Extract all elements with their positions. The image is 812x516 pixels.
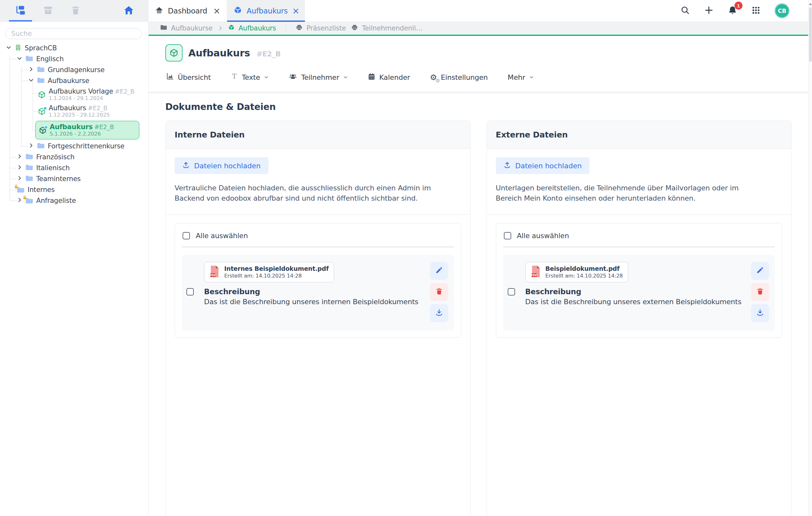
status-dot [44, 125, 48, 129]
breadcrumb-item-aufbaukurs[interactable]: Aufbaukurs [228, 24, 276, 32]
external-files-card: Externe Dateien Dateien hochladen Unterl… [487, 120, 792, 516]
card-description: Vertrauliche Dateien hochladen, die auss… [175, 183, 438, 203]
tree-code: #E2_B [115, 88, 135, 95]
search-button[interactable] [680, 5, 690, 16]
tree-view-button[interactable] [13, 0, 28, 22]
add-button[interactable] [704, 5, 714, 16]
file-list-panel: Alle auswählen PDF Beispieldokument.pdf [496, 223, 783, 338]
text-icon: T [231, 73, 238, 82]
download-icon [435, 309, 443, 317]
trash-button[interactable] [68, 0, 83, 22]
tab-kalender[interactable]: Kalender [368, 73, 410, 82]
edit-file-button[interactable] [751, 262, 769, 280]
apps-grid-button[interactable] [751, 6, 760, 16]
sidebar-item-aufbaukurse[interactable]: Aufbaukurse [0, 75, 148, 86]
chevron-right-icon[interactable] [17, 154, 22, 161]
download-file-button[interactable] [430, 304, 448, 322]
folder-icon [37, 66, 45, 74]
notifications-button[interactable]: 1 [728, 5, 737, 16]
upload-files-button[interactable]: Dateien hochladen [496, 157, 590, 174]
course-nav: Übersicht T Texte Teilnehmer Kalender ⚙⚙… [149, 71, 808, 84]
delete-file-button[interactable] [430, 283, 448, 301]
tab-einstellungen[interactable]: ⚙⚙ Einstellungen [430, 73, 488, 81]
home-button[interactable] [122, 0, 136, 22]
file-row: PDF Internes Beispieldokument.pdf Erstel… [182, 255, 454, 330]
tree-dates: 1.12.2025 - 29.12.2025 [49, 112, 110, 118]
card-description: Unterlagen bereitstellen, die Teilnehmen… [496, 183, 759, 203]
chevron-down-icon[interactable] [28, 77, 34, 84]
file-checkbox[interactable] [508, 288, 515, 296]
plus-icon [704, 5, 714, 16]
sidebar-item-aufbaukurs-vorlage[interactable]: Aufbaukurs Vorlage #E2_B 1.1.2024 - 29.1… [0, 86, 148, 103]
divider [286, 24, 286, 32]
sidebar-item-anfrageliste[interactable]: Anfrageliste [0, 195, 148, 206]
svg-text:PDF: PDF [531, 273, 537, 277]
course-cube-icon [165, 44, 182, 61]
tab-mehr[interactable]: Mehr [508, 73, 534, 81]
sidebar-item-aufbaukurs-2025[interactable]: Aufbaukurs #E2_B 1.12.2025 - 29.12.2025 [0, 103, 148, 119]
chevron-right-icon[interactable] [17, 164, 22, 171]
tree-label: Aufbaukurse [48, 77, 89, 85]
folder-icon [160, 24, 167, 32]
sidebar-item-englisch[interactable]: Englisch [0, 54, 148, 64]
archive-box-icon [42, 5, 54, 17]
select-all-checkbox[interactable] [504, 232, 511, 239]
sidebar-item-teaminternes[interactable]: Teaminternes [0, 173, 148, 184]
chevron-right-icon[interactable] [28, 66, 34, 73]
scrollbar-thumb[interactable] [809, 7, 812, 62]
print-praesenzliste[interactable]: Präsenzliste [296, 24, 346, 33]
tab-uebersicht[interactable]: Übersicht [166, 73, 211, 82]
file-chip[interactable]: PDF Beispieldokument.pdf Erstellt am: 14… [525, 262, 629, 282]
file-checkbox[interactable] [186, 288, 194, 296]
lock-icon [23, 195, 27, 201]
edit-file-button[interactable] [430, 262, 448, 280]
sidebar-toolbar [0, 0, 149, 22]
close-tab-icon[interactable]: × [213, 6, 221, 15]
locked-folder-icon [17, 187, 25, 193]
download-file-button[interactable] [751, 304, 769, 322]
chevron-down-icon[interactable] [17, 55, 22, 62]
tree-label: Grundlagenkurse [48, 66, 105, 74]
tab-dashboard[interactable]: Dashboard × [149, 0, 227, 22]
tree-label: Italienisch [36, 164, 70, 172]
upload-icon [182, 161, 190, 170]
archive-button[interactable] [41, 0, 55, 22]
chevron-down-icon[interactable] [6, 45, 11, 52]
cube-icon [38, 91, 46, 99]
tab-texte[interactable]: T Texte [231, 73, 269, 82]
file-created: Erstellt am: 14.10.2025 14:28 [224, 273, 329, 279]
section-title: Dokumente & Dateien [149, 102, 808, 112]
vertical-scrollbar[interactable] [808, 0, 812, 516]
pencil-icon [435, 266, 443, 275]
breadcrumb-item-aufbaukurse[interactable]: Aufbaukurse [160, 24, 213, 32]
print-teilnehmendenliste[interactable]: Teilnehmendenli… [351, 24, 423, 33]
sidebar-item-internes[interactable]: Internes [0, 184, 148, 195]
search-input[interactable] [5, 28, 142, 39]
chevron-right-icon[interactable] [17, 197, 22, 204]
scroll-up-arrow-icon[interactable] [809, 3, 812, 5]
edoobox-app: Dashboard × Aufbaukurs × 1 CB [0, 0, 812, 516]
file-list-section: Alle auswählen PDF Internes Beispieldoku… [166, 215, 470, 346]
folder-icon [25, 55, 33, 63]
sidebar-item-grundlagenkurse[interactable]: Grundlagenkurse [0, 64, 148, 75]
upload-label: Dateien hochladen [194, 162, 261, 170]
tab-aufbaukurs[interactable]: Aufbaukurs × [227, 0, 305, 22]
chevron-right-icon[interactable] [28, 143, 34, 150]
people-icon [289, 72, 297, 82]
chevron-right-icon[interactable] [17, 175, 22, 182]
upload-files-button[interactable]: Dateien hochladen [175, 157, 268, 174]
trash-icon [756, 288, 764, 296]
tab-teilnehmer[interactable]: Teilnehmer [289, 72, 348, 82]
select-all-checkbox[interactable] [182, 232, 190, 239]
file-chip[interactable]: PDF Internes Beispieldokument.pdf Erstel… [204, 262, 334, 282]
tree-label: Internes [28, 186, 55, 194]
avatar[interactable]: CB [775, 3, 790, 18]
delete-file-button[interactable] [751, 283, 769, 301]
close-tab-icon[interactable]: × [292, 6, 299, 15]
file-info: PDF Beispieldokument.pdf Erstellt am: 14… [521, 262, 745, 322]
sidebar-item-sprachcb[interactable]: SprachCB [0, 43, 148, 54]
sidebar-item-franzoesisch[interactable]: Französisch [0, 152, 148, 162]
sidebar-item-aufbaukurs-2026-selected[interactable]: Aufbaukurs #E2_B 5.1.2026 - 2.2.2026 [35, 121, 139, 139]
sidebar-item-italienisch[interactable]: Italienisch [0, 162, 148, 173]
sidebar-item-fortgeschrittenenkurse[interactable]: Fortgeschrittenenkurse [0, 141, 148, 152]
